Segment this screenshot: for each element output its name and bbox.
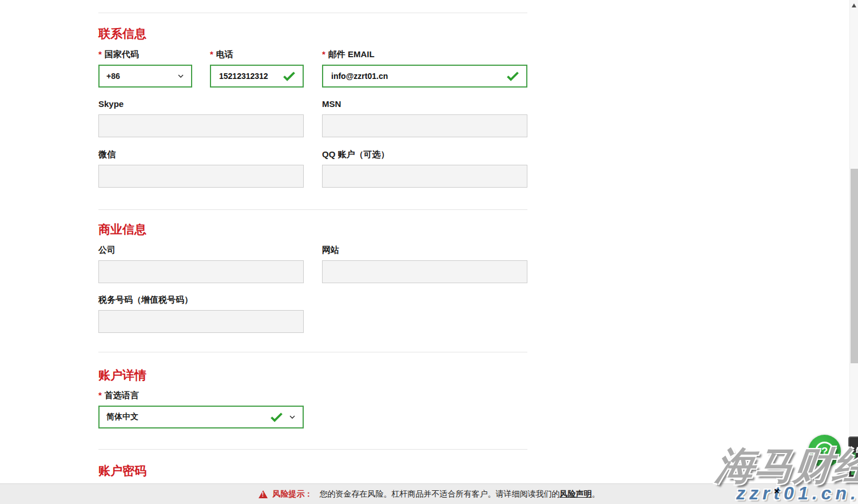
scrollbar-thumb[interactable] <box>851 169 858 363</box>
msn-input[interactable] <box>322 114 527 137</box>
chevron-down-icon <box>176 72 185 81</box>
help-chat-button[interactable]: ? <box>808 435 841 467</box>
language-value: 简体中文 <box>106 412 138 422</box>
valid-check-icon <box>269 410 284 425</box>
qq-label: QQ 账户（可选） <box>322 149 527 160</box>
company-label: 公司 <box>98 244 304 256</box>
tax-number-label: 税务号码（增值税号码） <box>98 294 527 305</box>
risk-label: 风险提示： <box>273 489 313 499</box>
email-input[interactable] <box>330 71 505 81</box>
valid-check-icon <box>505 69 521 84</box>
close-icon[interactable]: × <box>774 486 780 497</box>
email-field-wrap <box>322 65 527 88</box>
skype-label: Skype <box>98 98 304 110</box>
qq-input[interactable] <box>322 165 527 188</box>
phone-field-wrap <box>210 65 304 88</box>
question-mark-icon: ? <box>815 442 834 461</box>
msn-label: MSN <box>322 98 527 110</box>
section-title-business: 商业信息 <box>98 222 527 237</box>
risk-statement-link[interactable]: 风险声明 <box>560 489 592 499</box>
website-label: 网站 <box>322 244 527 256</box>
divider <box>98 209 527 210</box>
required-marker: * <box>322 49 325 59</box>
website-input[interactable] <box>322 260 527 283</box>
wechat-label: 微信 <box>98 149 304 160</box>
email-label: *邮件 EMAIL <box>322 49 527 60</box>
divider <box>98 449 527 450</box>
wechat-input[interactable] <box>98 165 304 188</box>
phone-input[interactable] <box>218 71 281 81</box>
page-scrollbar[interactable] <box>849 0 858 504</box>
required-marker: * <box>98 390 102 400</box>
divider <box>98 352 527 352</box>
valid-check-icon <box>281 69 297 84</box>
scroll-up-arrow-icon[interactable] <box>852 3 856 7</box>
risk-warning-bar: ! 风险提示： 您的资金存在风险。杠杆商品并不适合所有客户。请详细阅读我们的风险… <box>0 483 858 504</box>
country-code-select[interactable]: +86 <box>98 65 192 88</box>
tax-number-input[interactable] <box>98 310 304 333</box>
section-title-password: 账户密码 <box>98 463 527 478</box>
divider <box>98 13 527 13</box>
section-title-account: 账户详情 <box>98 368 527 383</box>
company-input[interactable] <box>98 260 304 283</box>
registration-form: 联系信息 *国家代码 *电话 *邮件 EMAIL +86 <box>98 0 527 478</box>
chevron-down-icon <box>288 412 297 422</box>
language-select[interactable]: 简体中文 <box>98 406 304 428</box>
language-label: *首选语言 <box>98 390 527 401</box>
risk-text-suffix: 。 <box>592 489 600 499</box>
country-code-label: *国家代码 <box>98 49 192 60</box>
required-marker: * <box>210 49 213 59</box>
section-title-contact: 联系信息 <box>98 26 527 41</box>
risk-text: 您的资金存在风险。杠杆商品并不适合所有客户。请详细阅读我们的 <box>320 489 560 499</box>
phone-label: *电话 <box>210 49 304 60</box>
warning-triangle-icon: ! <box>259 490 268 498</box>
country-code-value: +86 <box>106 72 120 81</box>
side-widget[interactable] <box>848 436 858 480</box>
required-marker: * <box>98 49 102 59</box>
skype-input[interactable] <box>98 114 304 137</box>
